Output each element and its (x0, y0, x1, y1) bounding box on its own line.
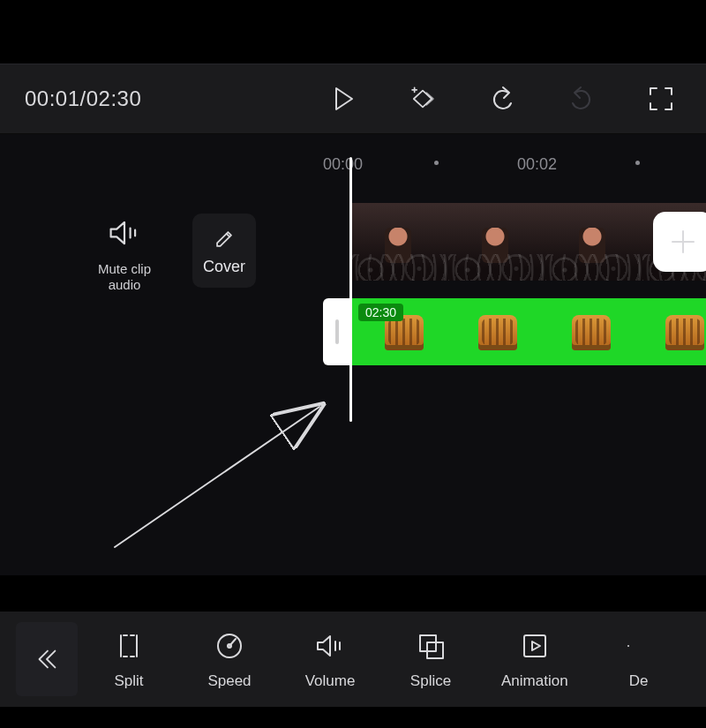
speed-tool[interactable]: Speed (199, 628, 259, 690)
video-track[interactable] (351, 203, 706, 281)
overlay-thumbnail (544, 310, 637, 363)
play-icon (328, 84, 358, 114)
overlay-thumbnail (450, 310, 544, 363)
playback-toolbar: 00:01/02:30 (0, 64, 706, 134)
split-tool[interactable]: Split (99, 628, 159, 690)
overlay-clip[interactable]: 02:30 (351, 298, 706, 365)
chevron-double-left-icon (33, 645, 61, 673)
plus-icon (667, 226, 699, 258)
timeline-region: 00:00 00:02 Mute clip audio Co (0, 134, 706, 575)
split-icon (111, 628, 146, 664)
ruler-tick: 00:02 (517, 155, 557, 174)
tool-partial[interactable]: De (609, 628, 669, 690)
redo-icon (567, 84, 597, 114)
timeline-ruler[interactable]: 00:00 00:02 (318, 150, 706, 185)
gauge-icon (212, 628, 247, 664)
time-display: 00:01/02:30 (25, 86, 141, 111)
pencil-icon (211, 226, 237, 252)
ruler-dot (635, 161, 640, 165)
add-clip-button[interactable] (653, 212, 706, 272)
undo-icon (487, 84, 517, 114)
svg-rect-9 (524, 635, 545, 657)
speaker-waves-icon (312, 628, 348, 664)
tool-label: Split (114, 672, 143, 690)
clip-thumbnail (448, 203, 545, 281)
preview-area-placeholder (0, 0, 706, 64)
speaker-icon (105, 214, 144, 252)
back-button[interactable] (16, 622, 78, 696)
tool-label: De (629, 672, 649, 690)
redo-button[interactable] (563, 80, 600, 117)
cover-button[interactable]: Cover (192, 214, 256, 288)
mute-clip-audio-button[interactable]: Mute clip audio (85, 214, 164, 293)
tool-label: Animation (501, 672, 568, 690)
overlay-thumbnail (637, 310, 706, 363)
keyframe-add-icon (408, 84, 438, 114)
play-button[interactable] (325, 80, 362, 117)
ruler-dot (434, 161, 439, 165)
play-box-icon (517, 628, 552, 664)
svg-line-4 (115, 407, 319, 547)
keyframe-add-button[interactable] (404, 80, 441, 117)
tool-label: Splice (410, 672, 451, 690)
svg-marker-0 (336, 88, 352, 109)
clip-thumbnail (545, 203, 642, 281)
generic-tool-icon (621, 628, 657, 664)
overlay-duration-badge: 02:30 (358, 304, 403, 321)
fullscreen-icon (646, 84, 676, 114)
cover-label: Cover (203, 258, 245, 276)
mute-label: Mute clip audio (85, 261, 164, 293)
tool-label: Volume (305, 672, 356, 690)
annotation-arrow (99, 393, 346, 560)
animation-tool[interactable]: Animation (501, 628, 568, 690)
svg-marker-10 (532, 642, 540, 650)
volume-tool[interactable]: Volume (300, 628, 360, 690)
playhead[interactable] (349, 157, 352, 422)
fullscreen-button[interactable] (642, 80, 680, 117)
ruler-tick: 00:00 (323, 155, 363, 174)
clip-thumbnail (351, 203, 448, 281)
overlap-squares-icon (413, 628, 448, 664)
overlay-track[interactable]: 02:30 (323, 298, 706, 365)
splice-tool[interactable]: Splice (401, 628, 461, 690)
edit-toolbar: Split Speed Volume Splice Animation De (0, 612, 706, 707)
undo-button[interactable] (484, 80, 521, 117)
clip-trim-handle-left[interactable] (323, 298, 351, 365)
tool-label: Speed (207, 672, 251, 690)
